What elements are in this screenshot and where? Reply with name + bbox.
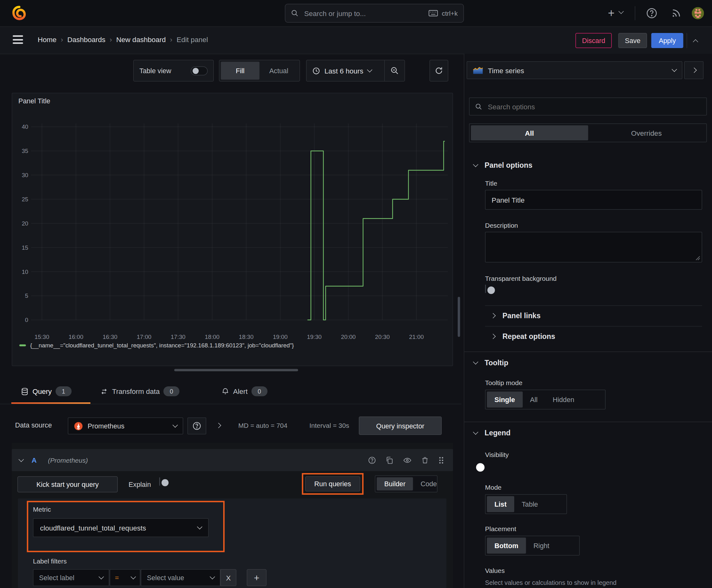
search-icon bbox=[291, 9, 299, 17]
avatar[interactable] bbox=[692, 7, 704, 19]
explain-label: Explain bbox=[129, 481, 151, 488]
collapse-options-pane-button[interactable] bbox=[684, 61, 704, 79]
query-collapse-chevron-down-icon[interactable] bbox=[19, 456, 24, 462]
drag-handle-grip-icon[interactable] bbox=[438, 456, 445, 464]
repeat-options-section[interactable]: Repeat options bbox=[491, 332, 555, 341]
tab-alert[interactable]: Alert 0 bbox=[221, 386, 267, 396]
top-nav-bar: ctrl+k + bbox=[0, 0, 712, 27]
add-menu-chevron-down-icon[interactable] bbox=[619, 11, 623, 13]
query-help-icon[interactable] bbox=[368, 456, 376, 464]
transparent-background-toggle[interactable] bbox=[485, 285, 486, 293]
tab-all[interactable]: All bbox=[471, 125, 588, 141]
search-shortcut: ctrl+k bbox=[442, 9, 458, 17]
options-search bbox=[469, 98, 707, 115]
tooltip-single-option[interactable]: Single bbox=[487, 392, 522, 408]
query-row-header[interactable]: A (Prometheus) bbox=[12, 449, 453, 471]
tab-transform-label: Transform data bbox=[112, 387, 160, 396]
chevron-right-icon bbox=[490, 334, 496, 339]
tab-overrides[interactable]: Overrides bbox=[588, 125, 705, 141]
breadcrumb-dashboards[interactable]: Dashboards bbox=[67, 36, 106, 44]
prometheus-icon bbox=[74, 422, 83, 430]
breadcrumb: Home › Dashboards › New dashboard › Edit… bbox=[38, 36, 208, 44]
tab-transform[interactable]: Transform data 0 bbox=[100, 386, 179, 396]
tab-alert-label: Alert bbox=[233, 387, 248, 396]
legend-mode-table[interactable]: Table bbox=[514, 496, 546, 512]
code-tab[interactable]: Code bbox=[413, 478, 445, 491]
options-expand-chevron-right-icon[interactable] bbox=[216, 423, 221, 428]
datasource-help-button[interactable] bbox=[188, 417, 206, 435]
options-tabs: All Overrides bbox=[469, 123, 707, 142]
description-textarea[interactable] bbox=[485, 232, 702, 262]
query-inspector-button[interactable]: Query inspector bbox=[359, 417, 442, 435]
tooltip-header[interactable]: Tooltip bbox=[474, 359, 508, 367]
global-search-input[interactable]: ctrl+k bbox=[285, 4, 464, 23]
tooltip-mode-switch: Single All Hidden bbox=[485, 390, 606, 410]
transform-icon bbox=[100, 387, 108, 396]
save-button[interactable]: Save bbox=[619, 33, 647, 48]
tooltip-hidden-option[interactable]: Hidden bbox=[545, 392, 582, 408]
legend-values-hint: Select values or calculations to show in… bbox=[485, 579, 617, 586]
apply-button[interactable]: Apply bbox=[651, 33, 684, 48]
add-button[interactable]: + bbox=[605, 6, 618, 20]
svg-text:25: 25 bbox=[22, 196, 28, 203]
search-field[interactable] bbox=[303, 9, 429, 18]
search-icon bbox=[475, 103, 482, 110]
table-view-toggle[interactable] bbox=[191, 66, 208, 76]
legend-mode-list[interactable]: List bbox=[487, 496, 514, 512]
active-tab-underline bbox=[11, 402, 90, 404]
time-range-picker[interactable]: Last 6 hours bbox=[307, 67, 385, 75]
add-filter-button[interactable]: + bbox=[247, 569, 266, 586]
category-divider bbox=[464, 352, 712, 352]
select-value-dropdown[interactable]: Select value bbox=[141, 569, 221, 586]
metric-select[interactable]: cloudflared_tunnel_total_requests bbox=[33, 518, 209, 537]
options-search-input[interactable] bbox=[487, 102, 701, 111]
svg-text:20: 20 bbox=[22, 220, 28, 227]
panel-links-section[interactable]: Panel links bbox=[491, 312, 541, 320]
visualization-select[interactable]: Time series bbox=[467, 61, 683, 79]
grafana-logo[interactable] bbox=[11, 5, 27, 21]
svg-text:19:00: 19:00 bbox=[273, 334, 287, 340]
topbar-divider bbox=[635, 6, 635, 20]
breadcrumb-separator: › bbox=[57, 36, 67, 44]
legend-header[interactable]: Legend bbox=[474, 429, 511, 437]
svg-text:0: 0 bbox=[25, 317, 28, 323]
legend-series-label[interactable]: {__name__="cloudflared_tunnel_total_requ… bbox=[30, 342, 294, 349]
panel-title-input[interactable] bbox=[485, 190, 702, 210]
transparent-background-label: Transparent background bbox=[485, 275, 557, 282]
fill-tab[interactable]: Fill bbox=[221, 62, 260, 80]
help-button[interactable] bbox=[646, 7, 658, 19]
resize-handle-icon[interactable] bbox=[696, 256, 700, 261]
tooltip-all-option[interactable]: All bbox=[522, 392, 545, 408]
legend-placement-bottom[interactable]: Bottom bbox=[487, 538, 526, 554]
time-series-chart[interactable]: 051015202530354015:3016:0016:3017:0017:3… bbox=[12, 93, 453, 365]
clock-icon bbox=[312, 67, 321, 75]
menu-toggle[interactable] bbox=[13, 36, 23, 44]
refresh-button[interactable] bbox=[429, 60, 448, 82]
svg-text:17:00: 17:00 bbox=[136, 334, 151, 340]
legend-placement-right[interactable]: Right bbox=[526, 538, 557, 554]
tab-query[interactable]: Query 1 bbox=[21, 386, 71, 396]
breadcrumb-home[interactable]: Home bbox=[38, 36, 57, 44]
delete-query-trash-icon[interactable] bbox=[421, 456, 429, 464]
actual-tab[interactable]: Actual bbox=[260, 67, 298, 75]
select-label-dropdown[interactable]: Select label bbox=[33, 569, 109, 586]
builder-tab[interactable]: Builder bbox=[377, 478, 413, 491]
toggle-query-visibility-eye-icon[interactable] bbox=[403, 456, 412, 464]
panel-resize-handle[interactable] bbox=[174, 369, 298, 372]
left-scrollbar-thumb[interactable] bbox=[458, 297, 460, 337]
run-queries-button[interactable]: Run queries bbox=[305, 477, 360, 491]
kick-start-query-button[interactable]: Kick start your query bbox=[18, 477, 118, 492]
collapse-chevron-up-icon[interactable] bbox=[694, 38, 697, 44]
discard-button[interactable]: Discard bbox=[576, 33, 612, 48]
section-divider bbox=[485, 326, 702, 327]
duplicate-query-icon[interactable] bbox=[385, 456, 394, 464]
remove-filter-button[interactable]: X bbox=[220, 569, 236, 586]
operator-dropdown[interactable]: = bbox=[110, 569, 141, 586]
datasource-select[interactable]: Prometheus bbox=[68, 417, 184, 435]
explain-toggle[interactable] bbox=[159, 478, 160, 486]
news-button[interactable] bbox=[671, 7, 682, 19]
zoom-out-button[interactable] bbox=[385, 67, 405, 75]
breadcrumb-new-dashboard[interactable]: New dashboard bbox=[116, 36, 166, 44]
tab-alert-badge: 0 bbox=[252, 386, 267, 396]
panel-options-header[interactable]: Panel options bbox=[474, 161, 533, 170]
